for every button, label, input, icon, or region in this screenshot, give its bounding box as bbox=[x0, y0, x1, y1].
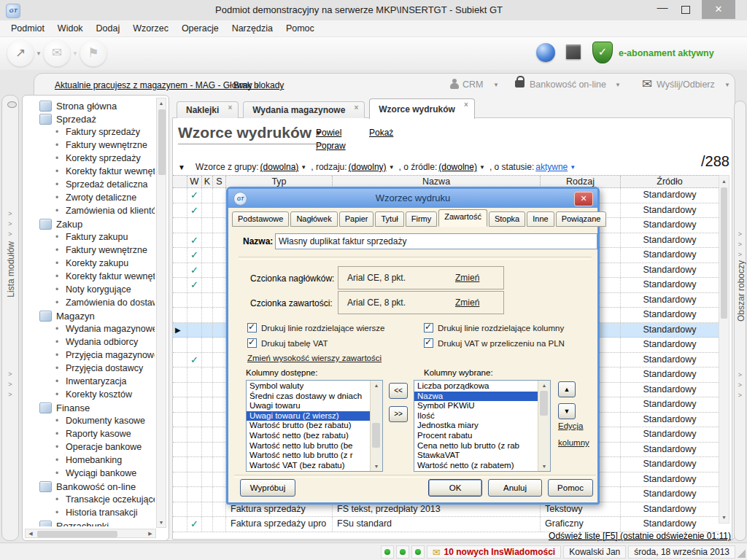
lock-status-link[interactable]: Brak blokady bbox=[233, 80, 284, 90]
current-user[interactable]: Kowalski Jan bbox=[563, 545, 626, 559]
menu-item[interactable]: Widok bbox=[51, 20, 90, 36]
refresh-list-link[interactable]: Odśwież listę [F5] (ostatnie odświeżenie… bbox=[409, 531, 731, 541]
dialog-tab[interactable]: Firmy bbox=[406, 211, 438, 227]
module-tree-item[interactable]: Inwentaryzacja bbox=[23, 375, 155, 388]
column-header[interactable]: Nazwa bbox=[333, 176, 541, 187]
scroll-up-icon[interactable]: ▲ bbox=[371, 381, 382, 390]
list-option[interactable]: Cena netto lub brutto (z rab bbox=[414, 441, 538, 451]
tab-close-icon[interactable] bbox=[228, 104, 232, 112]
module-tree-item[interactable]: Zakup bbox=[23, 217, 155, 230]
menu-item[interactable]: Pomoc bbox=[279, 20, 321, 36]
selected-columns-list[interactable]: Liczba porządkowa Nazwa Symbol PKWiU Ilo… bbox=[414, 380, 551, 472]
list-option[interactable]: Wartość netto lub brutto (be bbox=[247, 441, 371, 451]
list-option[interactable]: Symbol PKWiU bbox=[414, 401, 538, 411]
services-cube-icon[interactable] bbox=[566, 44, 581, 59]
list-option[interactable]: Procent rabatu bbox=[414, 431, 538, 441]
module-tree-item[interactable]: Korekty faktur wewnętrznych bbox=[23, 165, 155, 178]
help-globe-icon[interactable] bbox=[536, 43, 555, 62]
banking-button[interactable]: Bankowość on-line bbox=[530, 79, 606, 90]
column-header[interactable]: S bbox=[213, 176, 226, 187]
minimize-button[interactable]: — bbox=[651, 0, 673, 19]
help-button[interactable]: Pomoc bbox=[548, 479, 593, 497]
crm-button[interactable]: CRM bbox=[462, 79, 483, 90]
table-vertical-scrollbar[interactable]: ▲ ▼ bbox=[719, 175, 729, 524]
list-option[interactable]: Nazwa bbox=[414, 392, 538, 402]
scrollbar-thumb[interactable] bbox=[540, 391, 548, 416]
module-tree-item[interactable]: Rozrachunki bbox=[23, 519, 155, 526]
resize-grip[interactable] bbox=[737, 549, 746, 558]
chevron-down-icon[interactable]: ▼ bbox=[36, 50, 42, 57]
list-scrollbar[interactable]: ▲ ▼ bbox=[538, 381, 550, 471]
dialog-tab[interactable]: Powiązane bbox=[556, 211, 607, 227]
page-title[interactable]: Wzorce wydruków▼ bbox=[178, 124, 325, 144]
list-option[interactable]: Liczba porządkowa bbox=[414, 381, 538, 392]
license-shield-icon[interactable]: ✓ bbox=[592, 42, 613, 63]
module-tree-item[interactable]: Zamówienia od klientów bbox=[23, 204, 155, 217]
list-option[interactable]: Wartość netto (z rabatem) bbox=[414, 461, 538, 471]
module-tree-item[interactable]: Homebanking bbox=[23, 454, 155, 467]
scroll-left-icon[interactable]: ◀ bbox=[27, 529, 34, 538]
filter-status-dropdown[interactable]: aktywne bbox=[535, 162, 568, 172]
move-all-left-button[interactable]: << bbox=[389, 383, 408, 399]
column-header[interactable]: Źródło bbox=[621, 176, 719, 187]
list-scrollbar[interactable]: ▲ ▼ bbox=[370, 381, 382, 471]
scroll-up-icon[interactable]: ▲ bbox=[157, 98, 166, 108]
list-option[interactable]: Jednostka miary bbox=[414, 421, 538, 431]
checkbox-row[interactable]: Drukuj tabelę VAT bbox=[247, 338, 328, 348]
list-option[interactable]: Ilość bbox=[414, 411, 538, 421]
try-button[interactable]: Wypróbuj bbox=[240, 479, 295, 497]
document-tab[interactable]: Wydania magazynowe bbox=[243, 101, 365, 118]
document-tab[interactable]: Wzorce wydruków bbox=[369, 98, 475, 119]
move-down-button[interactable]: ▼ bbox=[558, 403, 576, 419]
list-option[interactable]: Uwagi towaru bbox=[247, 401, 371, 411]
scroll-up-icon[interactable]: ▲ bbox=[719, 176, 729, 186]
move-all-right-button[interactable]: >> bbox=[389, 406, 408, 422]
module-tree-item[interactable]: Zamówienia do dostawców bbox=[23, 296, 155, 309]
print-template-button[interactable]: ↗ bbox=[7, 40, 34, 66]
ok-button[interactable]: OK bbox=[428, 479, 482, 497]
flag-button[interactable]: ⚑ bbox=[80, 40, 107, 66]
module-tree-item[interactable]: Korekty kosztów bbox=[23, 388, 155, 401]
modules-strip[interactable]: >>> Lista modułów >>> bbox=[1, 95, 19, 541]
active-warehouse-link[interactable]: Aktualnie pracujesz z magazynem - MAG - … bbox=[55, 80, 260, 90]
checkbox-icon[interactable] bbox=[424, 323, 433, 332]
module-tree-item[interactable]: Bankowość on-line bbox=[23, 480, 155, 493]
chevron-down-icon[interactable]: ▼ bbox=[493, 82, 499, 88]
message-button[interactable]: ✉ bbox=[44, 40, 70, 66]
checkbox-row[interactable]: Drukuj linie rozdzielające wiersze bbox=[247, 323, 384, 332]
module-tree-item[interactable]: Dokumenty kasowe bbox=[23, 414, 155, 427]
header-font-change-link[interactable]: Zmień bbox=[455, 273, 479, 283]
module-tree-item[interactable]: Raporty kasowe bbox=[23, 427, 155, 440]
module-tree-item[interactable]: Magazyn bbox=[23, 309, 155, 322]
dialog-tab[interactable]: Podstawowe bbox=[232, 211, 289, 227]
module-tree-item[interactable]: Przyjęcia magazynowe bbox=[23, 349, 155, 362]
module-tree-item[interactable]: Korekty zakupu bbox=[23, 257, 155, 270]
filter-kind-dropdown[interactable]: (dowolny) bbox=[349, 162, 387, 172]
scroll-up-icon[interactable]: ▲ bbox=[538, 381, 550, 390]
dialog-tab[interactable]: Papier bbox=[339, 211, 374, 227]
workspace-strip[interactable]: >>> Obszar roboczy >>> bbox=[734, 101, 746, 541]
list-option[interactable]: Wartość netto (bez rabatu) bbox=[247, 431, 371, 441]
checkbox-row[interactable]: Drukuj VAT w przeliczeniu na PLN bbox=[424, 338, 565, 348]
tab-close-icon[interactable] bbox=[354, 104, 358, 112]
move-up-button[interactable]: ▲ bbox=[558, 381, 576, 397]
filter-icon[interactable]: ▼ bbox=[178, 163, 185, 171]
scrollbar-thumb[interactable] bbox=[158, 109, 166, 175]
scroll-right-icon[interactable]: ▶ bbox=[147, 529, 154, 538]
tab-close-icon[interactable] bbox=[464, 101, 468, 109]
scroll-down-icon[interactable]: ▼ bbox=[719, 513, 729, 522]
scrollbar-thumb[interactable] bbox=[37, 531, 117, 537]
send-receive-button[interactable]: Wyślij/Odbierz bbox=[657, 79, 715, 90]
menu-item[interactable]: Operacje bbox=[175, 20, 225, 36]
scrollbar-thumb[interactable] bbox=[372, 423, 380, 448]
duplicate-action-link[interactable]: Powiel bbox=[316, 128, 341, 138]
menu-item[interactable]: Dodaj bbox=[90, 20, 127, 36]
messages-status[interactable]: 10 nowych InsWiadomości bbox=[427, 545, 562, 559]
edit-action-link[interactable]: Popraw bbox=[316, 141, 346, 151]
list-option[interactable]: Wartość brutto (bez rabatu) bbox=[247, 421, 371, 431]
module-tree-item[interactable]: Finanse bbox=[23, 401, 155, 414]
column-header[interactable] bbox=[173, 176, 187, 187]
close-button[interactable]: ✕ bbox=[702, 0, 735, 19]
module-tree-item[interactable]: Strona główna bbox=[23, 99, 155, 112]
pin-icon[interactable] bbox=[7, 101, 17, 108]
